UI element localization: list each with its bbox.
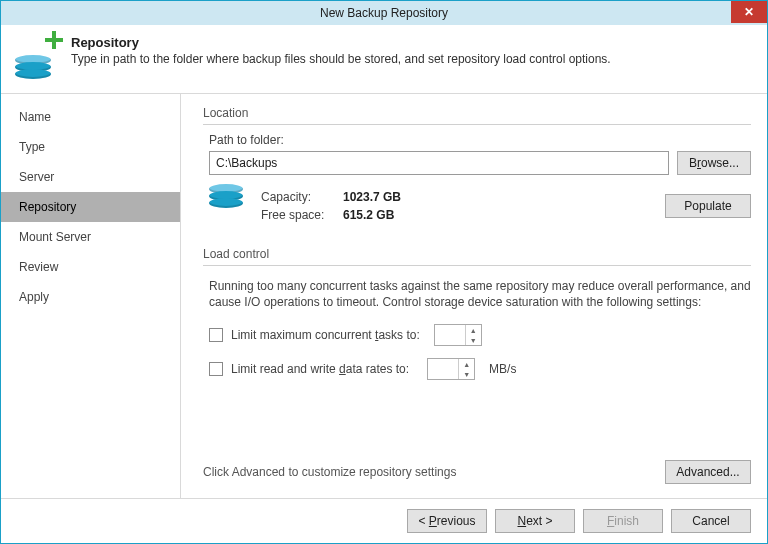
limit-rate-label: Limit read and write data rates to: (231, 362, 409, 376)
chevron-up-icon: ▲ (466, 325, 481, 335)
browse-button[interactable]: Browse... (677, 151, 751, 175)
close-icon: ✕ (744, 5, 754, 19)
free-space-label: Free space: (261, 208, 337, 222)
wizard-footer: < Previous Next > Finish Cancel (1, 498, 767, 543)
nav-item-server[interactable]: Server (1, 162, 180, 192)
limit-rate-checkbox[interactable] (209, 362, 223, 376)
chevron-up-icon: ▲ (459, 359, 474, 369)
capacity-value: 1023.7 GB (343, 190, 401, 204)
divider (203, 265, 751, 266)
nav-item-repository[interactable]: Repository (1, 192, 180, 222)
window-title: New Backup Repository (320, 6, 448, 20)
divider (203, 124, 751, 125)
title-bar: New Backup Repository ✕ (1, 1, 767, 25)
nav-item-type[interactable]: Type (1, 132, 180, 162)
page-title: Repository (71, 35, 611, 50)
load-control-group-label: Load control (203, 247, 751, 261)
limit-tasks-checkbox[interactable] (209, 328, 223, 342)
load-control-description: Running too many concurrent tasks agains… (203, 278, 751, 310)
advanced-hint: Click Advanced to customize repository s… (203, 465, 655, 479)
dialog-window: New Backup Repository ✕ Repository Type … (0, 0, 768, 544)
previous-button[interactable]: < Previous (407, 509, 487, 533)
path-label: Path to folder: (209, 133, 751, 147)
close-button[interactable]: ✕ (731, 1, 767, 23)
path-input[interactable] (209, 151, 669, 175)
cancel-button[interactable]: Cancel (671, 509, 751, 533)
wizard-header: Repository Type in path to the folder wh… (1, 25, 767, 94)
limit-tasks-stepper[interactable]: ▲▼ (434, 324, 482, 346)
chevron-down-icon: ▼ (459, 369, 474, 379)
storage-icon (209, 187, 247, 225)
chevron-down-icon: ▼ (466, 335, 481, 345)
wizard-content: Location Path to folder: Browse... Capac… (181, 94, 767, 498)
page-subtitle: Type in path to the folder where backup … (71, 52, 611, 66)
finish-button: Finish (583, 509, 663, 533)
wizard-nav: Name Type Server Repository Mount Server… (1, 94, 181, 498)
free-space-value: 615.2 GB (343, 208, 401, 222)
repository-icon (15, 35, 59, 79)
wizard-body: Name Type Server Repository Mount Server… (1, 94, 767, 498)
limit-tasks-label: Limit maximum concurrent tasks to: (231, 328, 420, 342)
advanced-button[interactable]: Advanced... (665, 460, 751, 484)
nav-item-name[interactable]: Name (1, 102, 180, 132)
plus-icon (45, 31, 63, 49)
populate-button[interactable]: Populate (665, 194, 751, 218)
rate-unit: MB/s (489, 362, 516, 376)
nav-item-apply[interactable]: Apply (1, 282, 180, 312)
capacity-label: Capacity: (261, 190, 337, 204)
next-button[interactable]: Next > (495, 509, 575, 533)
limit-rate-stepper[interactable]: ▲▼ (427, 358, 475, 380)
nav-item-review[interactable]: Review (1, 252, 180, 282)
nav-item-mount-server[interactable]: Mount Server (1, 222, 180, 252)
location-group-label: Location (203, 106, 751, 120)
